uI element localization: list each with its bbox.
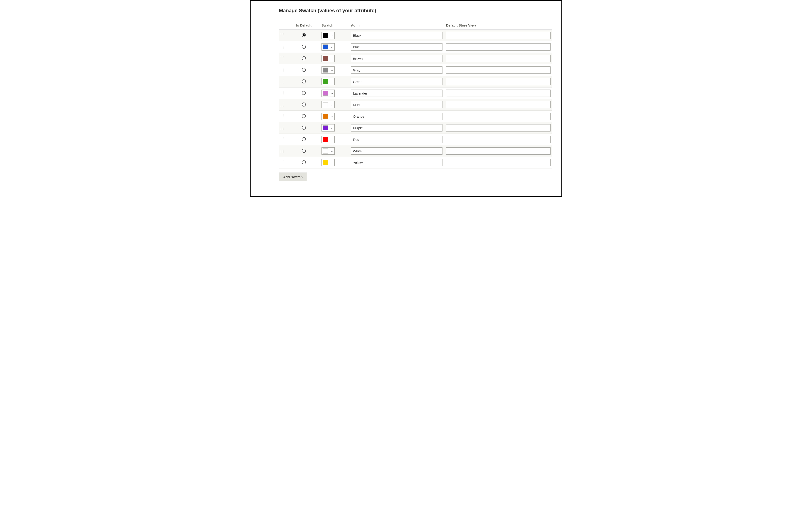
- drag-cell: [279, 99, 288, 111]
- is-default-radio[interactable]: [302, 79, 306, 83]
- is-default-cell: [288, 99, 320, 111]
- swatch-color[interactable]: [322, 147, 329, 155]
- default-store-view-input[interactable]: [446, 147, 551, 155]
- admin-input[interactable]: [351, 101, 442, 108]
- drag-handle-icon[interactable]: [281, 56, 284, 60]
- swatch-control[interactable]: [321, 89, 335, 97]
- swatch-color[interactable]: [322, 101, 329, 108]
- swatch-control[interactable]: [321, 43, 335, 51]
- swatch-dropdown[interactable]: [329, 44, 335, 50]
- swatch-control[interactable]: [321, 32, 335, 39]
- default-store-view-input[interactable]: [446, 43, 551, 51]
- swatch-color[interactable]: [322, 78, 329, 85]
- is-default-radio[interactable]: [302, 45, 306, 49]
- admin-input[interactable]: [351, 124, 442, 132]
- table-row: [279, 87, 552, 99]
- table-row: [279, 76, 552, 87]
- default-store-view-input[interactable]: [446, 124, 551, 132]
- is-default-radio[interactable]: [302, 103, 306, 107]
- swatch-control[interactable]: [321, 101, 335, 108]
- default-store-view-input[interactable]: [446, 32, 551, 39]
- swatch-color[interactable]: [322, 136, 329, 143]
- drag-handle-icon[interactable]: [281, 149, 284, 153]
- swatch-control[interactable]: [321, 78, 335, 85]
- swatch-control[interactable]: [321, 124, 335, 132]
- swatch-dropdown[interactable]: [329, 136, 335, 143]
- admin-input[interactable]: [351, 43, 442, 51]
- admin-cell: [349, 76, 444, 87]
- swatch-color[interactable]: [322, 90, 329, 97]
- drag-handle-icon[interactable]: [281, 33, 284, 37]
- drag-handle-icon[interactable]: [281, 80, 284, 83]
- is-default-radio[interactable]: [302, 114, 306, 118]
- admin-input[interactable]: [351, 159, 442, 166]
- is-default-radio[interactable]: [302, 56, 306, 60]
- drag-handle-icon[interactable]: [281, 91, 284, 95]
- swatch-dropdown[interactable]: [329, 32, 335, 39]
- swatch-control[interactable]: [321, 55, 335, 62]
- is-default-radio[interactable]: [302, 91, 306, 95]
- admin-input[interactable]: [351, 113, 442, 120]
- admin-cell: [349, 122, 444, 134]
- is-default-radio[interactable]: [302, 137, 306, 141]
- swatch-control[interactable]: [321, 66, 335, 74]
- swatch-color[interactable]: [322, 55, 329, 62]
- default-store-view-input[interactable]: [446, 113, 551, 120]
- default-store-view-input[interactable]: [446, 101, 551, 108]
- swatch-dropdown[interactable]: [329, 55, 335, 62]
- add-swatch-button[interactable]: Add Swatch: [279, 172, 307, 181]
- swatch-color[interactable]: [322, 44, 329, 50]
- swatch-cell: [320, 30, 349, 41]
- is-default-radio[interactable]: [302, 160, 306, 164]
- default-store-view-cell: [444, 53, 552, 64]
- default-store-view-input[interactable]: [446, 78, 551, 85]
- swatch-color[interactable]: [322, 113, 329, 120]
- admin-input[interactable]: [351, 78, 442, 85]
- default-store-view-input[interactable]: [446, 136, 551, 143]
- drag-handle-icon[interactable]: [281, 68, 284, 72]
- drag-handle-icon[interactable]: [281, 103, 284, 106]
- admin-input[interactable]: [351, 147, 442, 155]
- swatch-dropdown[interactable]: [329, 125, 335, 131]
- is-default-radio[interactable]: [302, 68, 306, 72]
- swatch-cell: [320, 41, 349, 53]
- swatch-dropdown[interactable]: [329, 147, 335, 155]
- swatch-control[interactable]: [321, 147, 335, 155]
- swatch-dropdown[interactable]: [329, 90, 335, 97]
- swatch-dropdown[interactable]: [329, 159, 335, 166]
- drag-handle-icon[interactable]: [281, 126, 284, 130]
- swatch-dropdown[interactable]: [329, 113, 335, 120]
- default-store-view-input[interactable]: [446, 66, 551, 74]
- swatch-dropdown[interactable]: [329, 67, 335, 74]
- col-header-default-store: Default Store View: [444, 22, 552, 30]
- admin-input[interactable]: [351, 89, 442, 97]
- is-default-radio[interactable]: [302, 126, 306, 130]
- is-default-radio[interactable]: [302, 149, 306, 153]
- swatch-control[interactable]: [321, 159, 335, 166]
- swatch-control[interactable]: [321, 136, 335, 143]
- default-store-view-input[interactable]: [446, 55, 551, 62]
- drag-handle-icon[interactable]: [281, 114, 284, 118]
- swatch-cell: [320, 87, 349, 99]
- drag-handle-icon[interactable]: [281, 161, 284, 164]
- swatch-color[interactable]: [322, 32, 329, 39]
- default-store-view-input[interactable]: [446, 89, 551, 97]
- swatch-color[interactable]: [322, 67, 329, 74]
- is-default-radio[interactable]: [302, 33, 306, 37]
- table-row: [279, 30, 552, 41]
- admin-input[interactable]: [351, 66, 442, 74]
- drag-handle-icon[interactable]: [281, 45, 284, 49]
- default-store-view-input[interactable]: [446, 159, 551, 166]
- swatch-dropdown[interactable]: [329, 78, 335, 85]
- swatch-color[interactable]: [322, 125, 329, 131]
- admin-input[interactable]: [351, 32, 442, 39]
- swatch-dropdown[interactable]: [329, 101, 335, 108]
- swatch-control[interactable]: [321, 113, 335, 120]
- table-row: [279, 157, 552, 168]
- admin-cell: [349, 111, 444, 122]
- admin-input[interactable]: [351, 55, 442, 62]
- swatch-cell: [320, 122, 349, 134]
- admin-input[interactable]: [351, 136, 442, 143]
- drag-handle-icon[interactable]: [281, 137, 284, 141]
- swatch-color[interactable]: [322, 159, 329, 166]
